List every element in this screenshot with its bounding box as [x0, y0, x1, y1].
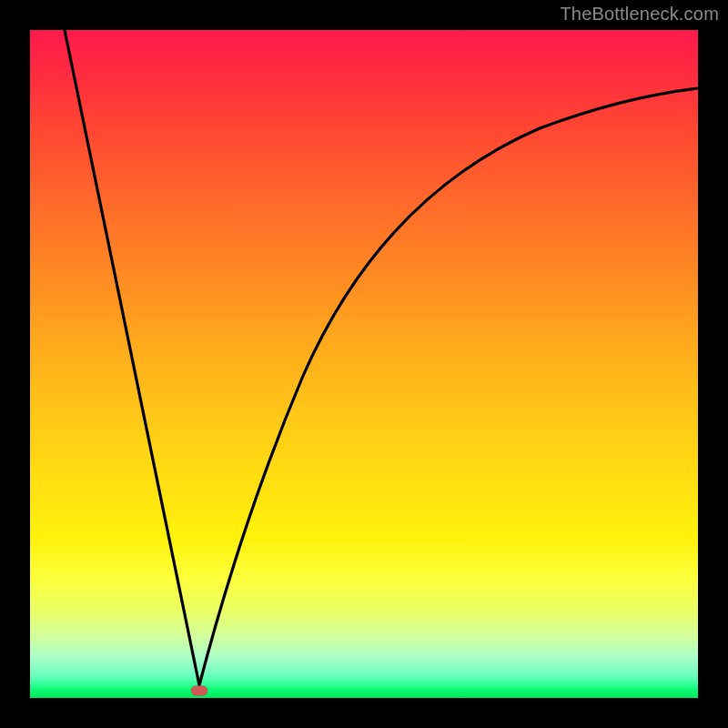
curve-path — [65, 30, 698, 685]
minimum-marker — [191, 686, 207, 696]
bottleneck-curve — [30, 30, 698, 698]
gradient-plot-area — [30, 30, 698, 698]
watermark-text: TheBottleneck.com — [560, 4, 719, 25]
chart-frame: TheBottleneck.com — [0, 0, 728, 728]
